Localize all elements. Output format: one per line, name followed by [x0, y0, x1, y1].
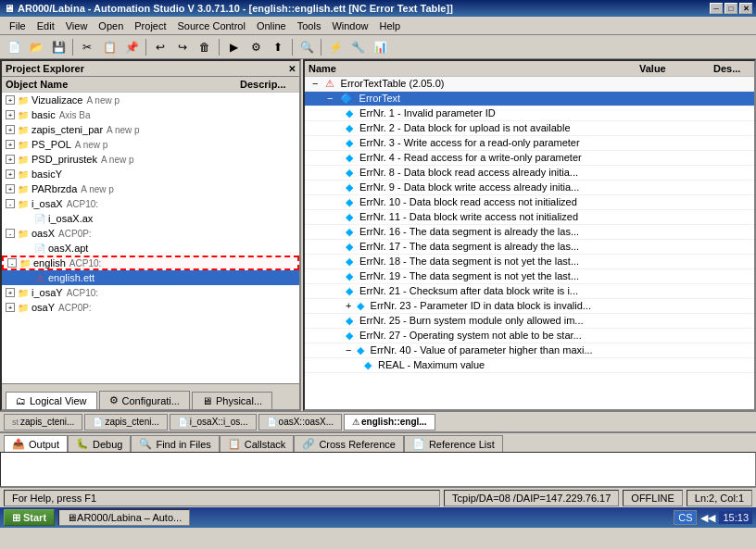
right-item-errnr8[interactable]: ◆ ErrNr. 8 - Data block read access alre… — [305, 166, 754, 181]
toolbar-paste[interactable]: 📌 — [121, 38, 142, 56]
toolbar-build[interactable]: ▶ — [223, 38, 244, 56]
expand-pspol[interactable]: + — [6, 140, 15, 149]
root-expand-icon[interactable]: − — [312, 78, 318, 89]
tree-item-zapis[interactable]: + 📁 zapis_cteni_par A new p — [2, 122, 299, 137]
menu-view[interactable]: View — [60, 19, 94, 33]
tab-configuration[interactable]: ⚙ Configurati... — [99, 391, 190, 409]
maximize-button[interactable]: □ — [724, 3, 737, 14]
expand-iosay[interactable]: + — [6, 288, 15, 297]
right-item-root[interactable]: − ⚠ ErrorTextTable (2.05.0) — [305, 77, 754, 92]
output-tab-crossref[interactable]: 🔗 Cross Reference — [294, 435, 404, 452]
right-item-errnr4[interactable]: ◆ ErrNr. 4 - Read access for a write-onl… — [305, 151, 754, 166]
toolbar-transfer[interactable]: ⬆ — [268, 38, 288, 56]
expand-vizualizace[interactable]: + — [6, 95, 15, 105]
errortext-expand-icon[interactable]: − — [327, 93, 333, 104]
expand-basicy[interactable]: + — [6, 169, 15, 179]
open-file-oasx[interactable]: 📄 oasX::oasX... — [258, 414, 342, 430]
right-item-errnr23[interactable]: + ◆ ErrNr. 23 - Parameter ID in data blo… — [305, 299, 754, 314]
taskbar-app-item[interactable]: 🖥 AR000/Labina – Auto... — [58, 509, 190, 526]
tree-item-basicy[interactable]: + 📁 basicY — [2, 167, 299, 181]
toolbar-redo[interactable]: ↪ — [172, 38, 193, 56]
output-tab-debug[interactable]: 🐛 Debug — [68, 435, 131, 452]
toolbar-extra3[interactable]: 📊 — [370, 38, 390, 56]
tab-logical[interactable]: 🗂 Logical View — [6, 392, 97, 409]
menu-source-control[interactable]: Source Control — [172, 19, 251, 33]
right-item-errnr21[interactable]: ◆ ErrNr. 21 - Checksum after data block … — [305, 284, 754, 299]
tree-item-parbrzda[interactable]: + 📁 PARbrzda A new p — [2, 181, 299, 196]
expand-zapis[interactable]: + — [6, 125, 15, 134]
output-tab-find[interactable]: 🔍 Find in Files — [131, 435, 219, 452]
open-file-english[interactable]: ⚠ english::engl... — [344, 414, 435, 430]
expand-osay[interactable]: + — [6, 303, 15, 312]
tree-item-iosax[interactable]: - 📁 i_osaX ACP10: — [2, 196, 299, 211]
expand-psd[interactable]: + — [6, 155, 15, 164]
tree-item-english[interactable]: - 📁 english ACP10: — [2, 256, 299, 270]
toolbar-save[interactable]: 💾 — [48, 38, 69, 56]
tree-item-pspol[interactable]: + 📁 PS_POL A new p — [2, 137, 299, 152]
folder-icon-vizualizace: 📁 — [17, 94, 30, 106]
right-item-errnr2[interactable]: ◆ ErrNr. 2 - Data block for upload is no… — [305, 121, 754, 136]
tree-item-basic[interactable]: + 📁 basic Axis Ba — [2, 107, 299, 122]
right-item-errnr27[interactable]: ◆ ErrNr. 27 - Operating system not able … — [305, 329, 754, 343]
menu-edit[interactable]: Edit — [32, 19, 60, 33]
menu-file[interactable]: File — [4, 19, 32, 33]
menu-window[interactable]: Window — [326, 19, 373, 33]
right-item-errnr18[interactable]: ◆ ErrNr. 18 - The data segment is not ye… — [305, 255, 754, 269]
output-tab-output[interactable]: 📤 Output — [4, 435, 68, 452]
expand-iosax[interactable]: - — [6, 199, 15, 208]
toolbar-extra2[interactable]: 🔧 — [347, 38, 368, 56]
minimize-button[interactable]: ─ — [710, 3, 723, 14]
errnr40-expand[interactable]: − — [346, 344, 351, 356]
open-file-iosax[interactable]: 📄 i_osaX::i_os... — [170, 414, 257, 430]
menu-help[interactable]: Help — [374, 19, 407, 33]
toolbar-search[interactable]: 🔍 — [296, 38, 317, 56]
tree-item-oasx-apt[interactable]: 📄 oasX.apt — [2, 241, 299, 256]
tree-item-vizualizace[interactable]: + 📁 Vizualizace A new p — [2, 93, 299, 107]
tree-item-osay[interactable]: + 📁 osaY ACP0P: — [2, 300, 299, 315]
right-item-errortext[interactable]: − 🔷 ErrorText — [305, 92, 754, 106]
toolbar-build2[interactable]: ⚙ — [246, 38, 266, 56]
tree-item-psd[interactable]: + 📁 PSD_prirustek A new p — [2, 152, 299, 167]
tree-item-iosay[interactable]: + 📁 i_osaY ACP10: — [2, 285, 299, 300]
right-item-real-max[interactable]: ◆ REAL - Maximum value — [305, 358, 754, 373]
tree-item-iosax-ax[interactable]: 📄 i_osaX.ax — [2, 211, 299, 226]
toolbar-cut[interactable]: ✂ — [77, 38, 97, 56]
right-item-errnr17[interactable]: ◆ ErrNr. 17 - The data segment is alread… — [305, 240, 754, 255]
right-panel-body[interactable]: − ⚠ ErrorTextTable (2.05.0) − 🔷 ErrorTex… — [305, 77, 754, 409]
right-item-errnr10[interactable]: ◆ ErrNr. 10 - Data block read access not… — [305, 195, 754, 210]
output-tab-reflist[interactable]: 📄 Reference List — [404, 435, 503, 452]
output-tab-callstack[interactable]: 📋 Callstack — [220, 435, 295, 452]
menu-project[interactable]: Project — [129, 19, 171, 33]
right-item-errnr19[interactable]: ◆ ErrNr. 19 - The data segment is not ye… — [305, 269, 754, 284]
panel-close-button[interactable]: ✕ — [288, 64, 296, 74]
right-item-errnr25[interactable]: ◆ ErrNr. 25 - Burn system module only al… — [305, 314, 754, 329]
expand-parbrzda[interactable]: + — [6, 184, 15, 193]
right-item-errnr11[interactable]: ◆ ErrNr. 11 - Data block write access no… — [305, 210, 754, 225]
expand-english[interactable]: - — [7, 258, 17, 268]
expand-oasx[interactable]: - — [6, 229, 15, 238]
open-file-zapis2[interactable]: 📄 zapis_cteni... — [84, 414, 167, 430]
tab-physical[interactable]: 🖥 Physical... — [192, 392, 272, 409]
right-item-errnr3[interactable]: ◆ ErrNr. 3 - Write access for a read-onl… — [305, 136, 754, 151]
toolbar-extra1[interactable]: ⚡ — [325, 38, 346, 56]
toolbar-copy[interactable]: 📋 — [99, 38, 120, 56]
expand-basic[interactable]: + — [6, 110, 15, 119]
tree-item-oasx[interactable]: - 📁 oasX ACP0P: — [2, 226, 299, 241]
toolbar-open[interactable]: 📂 — [26, 38, 46, 56]
right-item-errnr1[interactable]: ◆ ErrNr. 1 - Invalid parameter ID — [305, 106, 754, 121]
toolbar-delete[interactable]: 🗑 — [195, 38, 215, 56]
menu-open[interactable]: Open — [93, 19, 129, 33]
menu-tools[interactable]: Tools — [292, 19, 327, 33]
right-item-errnr9[interactable]: ◆ ErrNr. 9 - Data block write access alr… — [305, 181, 754, 195]
right-item-errnr16[interactable]: ◆ ErrNr. 16 - The data segment is alread… — [305, 225, 754, 240]
toolbar-undo[interactable]: ↩ — [150, 38, 170, 56]
right-item-errnr40[interactable]: − ◆ ErrNr. 40 - Value of parameter highe… — [305, 343, 754, 358]
open-file-zapis1[interactable]: st zapis_cteni... — [4, 414, 82, 430]
menu-online[interactable]: Online — [251, 19, 292, 33]
errnr23-expand[interactable]: + — [346, 300, 351, 311]
toolbar-new[interactable]: 📄 — [4, 38, 24, 56]
start-button[interactable]: ⊞ Start — [4, 509, 55, 526]
close-button[interactable]: ✕ — [739, 3, 752, 14]
tree-item-english-ett[interactable]: ⚠ english.ett — [2, 270, 299, 285]
tree-body[interactable]: + 📁 Vizualizace A new p + 📁 basic Axis B… — [2, 93, 299, 383]
